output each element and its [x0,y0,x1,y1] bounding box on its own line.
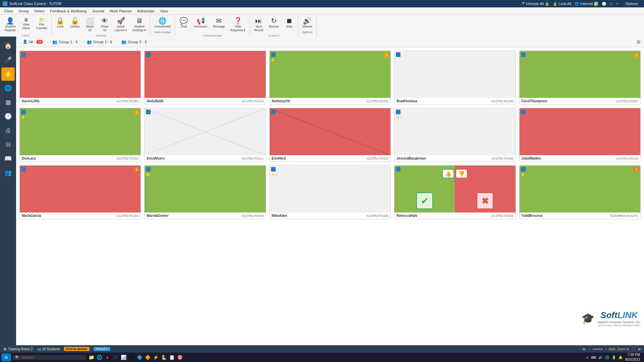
taskbar-chrome-button[interactable]: ● [104,354,111,361]
student-card-6[interactable]: 1 ⭐ 2 DonLacy ACSTR2-PC015 [19,108,141,162]
student-card-7[interactable]: EricaMyers ACSTR2-PC011 [144,108,266,162]
menu-view[interactable]: View [157,8,171,14]
taskbar-edge-button[interactable]: 🌐 [96,354,103,361]
student-register-button[interactable]: 👤 Student Register [3,16,18,34]
message-button[interactable]: ✉ Message [211,16,227,30]
sidebar-book-button[interactable]: 📖 [1,152,15,165]
connection-indicator-6 [21,110,26,114]
tray-keyboard-icon: ⌨ [591,356,596,359]
answer-correct-box-14[interactable]: ✔ [416,192,433,209]
student-card-2[interactable]: AndyBabb ACSTR2-PC014 [144,51,266,105]
student-card-3[interactable]: 1 ⭐ 1 AnthonyOtt ACSTR2-PC002 [269,51,391,105]
lock-all-button[interactable]: 🔒 Lock All [553,2,571,6]
filter-all-tab[interactable]: 👤 All : 15 [19,38,46,45]
grid-view-button[interactable]: ⊞ [638,347,641,351]
student-thumbnail-7 [145,108,265,155]
student-card-5[interactable]: 1 CarolThompson ACSTR2-PC007 [519,51,641,105]
sidebar-users-button[interactable]: 👥 [1,166,15,179]
unlock-button[interactable]: 🔓 Unlock [68,16,82,30]
bounce-button[interactable]: ↻ Bounce [267,16,281,30]
zoom-in-button[interactable]: ＋ [604,347,607,351]
thumbs-up-button-14[interactable]: 👍 [442,169,454,178]
student-card-14[interactable]: 👍 👎 ✔ ✖ RebeccaHale ACSTR2-PC004 [394,165,516,219]
sidebar-print-button[interactable]: 🖨 [1,124,15,137]
unmute-all-button[interactable]: 🎤 Unmute All 🔒 [520,2,549,6]
student-desktop-button[interactable]: 🖥 Student Desktop ▾ [130,16,148,34]
taskbar-app5-button[interactable]: 🐍 [160,354,167,361]
student-card-8[interactable]: ErinHerd ACSTR2-PC013 [269,108,391,162]
view-client-button[interactable]: 🖥 View Client [19,16,33,32]
student-card-10[interactable]: JuliaWalden ACSTR2-PC010 [519,108,641,162]
filter-group1-tab[interactable]: 👥 Group 1 : 5 [49,38,81,46]
zoom-out-button[interactable]: － [588,347,591,351]
sidebar-star-button[interactable]: ⭐ [1,67,15,81]
menu-class[interactable]: Class [1,8,16,14]
minimize-button[interactable]: 🕐 [602,2,606,6]
taskbar-explorer-button[interactable]: 📁 [88,354,95,361]
thumbs-down-button-14[interactable]: 👎 [455,169,468,178]
announce-button[interactable]: 📢 Announce [192,16,210,30]
menu-group[interactable]: Group [16,8,32,14]
blank-all-button[interactable]: ⬜ Blank All [83,16,97,34]
taskbar-filezilla-button[interactable]: ⚡ [152,354,159,361]
sidebar-layers-button[interactable]: ⊟ [1,138,15,151]
student-card-9[interactable]: ⭐ 1 JessicaBaughman ACSTR2-PC006 [394,108,516,162]
stop-button[interactable]: ⏹ Stop [282,16,296,30]
volume-button[interactable]: 🔊 Volume [300,16,314,30]
unrestricted-button[interactable]: 🌐 Unrestricted [152,16,173,30]
student-card-15[interactable]: 2 ⭐ 1 ToddBroceus TODDBROCEUS-PC [519,165,641,219]
quick-launch-button[interactable]: 🚀 Quick Launch ▾ [113,16,129,34]
sidebar-globe-button[interactable]: 🌐 [1,81,15,95]
filter-all-label: All : [29,40,35,44]
fullscreen-button[interactable]: ⛶ [632,347,635,351]
windows-start-button[interactable]: ⊞ [1,353,11,361]
student-card-12[interactable]: ⭐ 1 MarniaGerber ACSTR2-PC008 [144,165,266,219]
menu-select[interactable]: Select [32,8,47,14]
student-card-1[interactable]: AaronLittle ACSTR2-PC001 [19,51,141,105]
zoom-slider[interactable]: ━━━━━ [593,347,603,351]
close-button[interactable]: ✕ [615,2,619,6]
taskbar-photoshop-button[interactable]: Ps [128,354,135,361]
zoom-fit-button[interactable]: Zoom In [617,347,629,351]
tray-notification-icon[interactable]: 🔔 [619,356,623,359]
student-card-11[interactable]: 3 MariaGarcia ACSTR2-PC005 [19,165,141,219]
menu-administer[interactable]: Administer [135,8,157,14]
taskbar-app7-button[interactable]: 🎯 [176,354,183,361]
file-transfer-button[interactable]: 📁 File Transfer [34,16,49,32]
filter-all-count: 15 [36,40,43,44]
taskbar-word-button[interactable]: W [112,354,119,361]
maximize-button[interactable]: □ [610,2,612,6]
lock-button[interactable]: 🔒 Lock [54,16,67,30]
taskbar-search-input[interactable] [22,355,72,359]
student-card-13[interactable]: ⭐ 1 MikeAllen ACSTR2-PC009 [269,165,391,219]
student-card-4[interactable]: BradHostasa ACSTR2-PC000 [394,51,516,105]
grid-expand-icon[interactable]: ⊞ [637,39,641,45]
sidebar-home-button[interactable]: 🏠 [1,39,15,53]
unlock-icon: 🔓 [71,17,79,24]
show-all-button[interactable]: 👁 Show All [98,16,111,34]
chat-button[interactable]: 💬 Chat [177,16,191,30]
tray-sound-icon[interactable]: 🔊 [598,356,602,359]
connection-indicator-3 [271,52,276,57]
filter-group2-tab[interactable]: 👥 Group 2 : 6 [84,38,115,46]
taskbar-app2-button[interactable]: 📊 [120,354,127,361]
help-requests-button[interactable]: ❓ Help Requests ▾ [228,16,248,34]
sidebar-clock-button[interactable]: 🕐 [1,110,15,123]
menu-workplanner[interactable]: Work Planner [107,8,135,14]
next-round-button[interactable]: ⏭ Next Round [252,16,265,34]
auto-zoom-button[interactable]: Auto [609,347,616,351]
student-thumbnail-3: 1 ⭐ 1 [270,51,390,98]
taskbar-app6-button[interactable]: 📋 [168,354,175,361]
tray-expand-icon[interactable]: ∧ [586,356,588,359]
sidebar-mic-button[interactable]: 🎤 [1,53,15,67]
taskbar-app3-button[interactable]: 🔷 [136,354,143,361]
taskbar-app4-button[interactable]: 🔶 [144,354,151,361]
tray-network-icon[interactable]: 🌐 [605,356,609,359]
menu-journal[interactable]: Journal [90,8,107,14]
sidebar-grid-button[interactable]: ▦ [1,96,15,109]
answer-wrong-box-14[interactable]: ✖ [477,192,493,209]
taskbar-search-box[interactable]: 🔍 [12,355,86,360]
menu-feedback[interactable]: Feedback & Wellbeing [47,8,90,14]
filter-group3-tab[interactable]: 👥 Group 3 : 4 [118,38,150,46]
student-name-4: BradHostasa [396,99,417,103]
